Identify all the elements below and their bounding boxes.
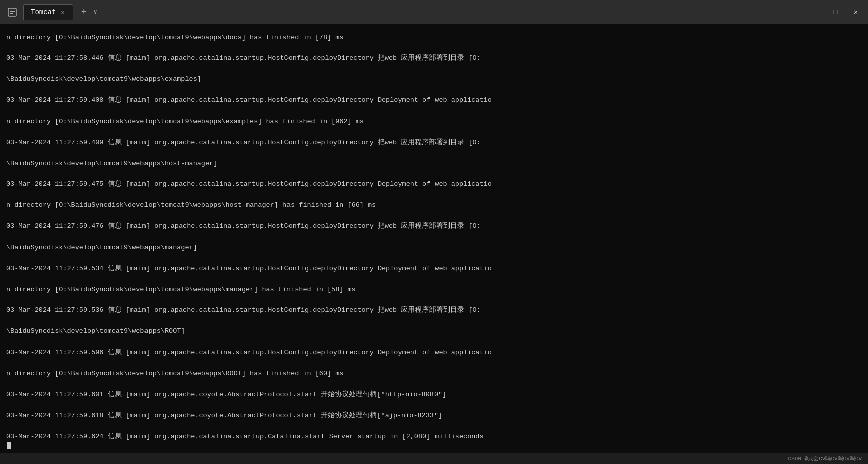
console-line: 03-Mar-2024 11:27:59.624 信息 [main] org.a… <box>6 432 862 442</box>
console-line: \BaiduSyncdisk\develop\tomcat9\webapps\e… <box>6 74 862 85</box>
console-line: 03-Mar-2024 11:27:59.618 信息 [main] org.a… <box>6 411 862 421</box>
console-line: n directory [O:\BaiduSyncdisk\develop\to… <box>6 369 862 379</box>
add-tab-button[interactable]: + <box>81 7 87 17</box>
tab-label: Tomcat <box>31 8 56 16</box>
maximize-button[interactable]: □ <box>830 6 842 18</box>
console-output: 03-Mar-2024 11:27:58.214 信息 [main] org.a… <box>0 24 868 453</box>
console-line: 03-Mar-2024 11:27:59.596 信息 [main] org.a… <box>6 347 862 358</box>
console-line: 03-Mar-2024 11:27:58.446 信息 [main] org.a… <box>6 53 862 64</box>
tab-dropdown-button[interactable]: ∨ <box>93 8 97 16</box>
statusbar-text: CSDN @只会CV吗CV吗CV吗CV <box>788 455 862 462</box>
status-bar: CSDN @只会CV吗CV吗CV吗CV <box>0 453 868 464</box>
console-line: n directory [O:\BaiduSyncdisk\develop\to… <box>6 117 862 127</box>
cursor-line <box>6 442 862 449</box>
console-line: \BaiduSyncdisk\develop\tomcat9\webapps\m… <box>6 243 862 253</box>
close-window-button[interactable]: ✕ <box>850 6 862 18</box>
console-line: n directory [O:\BaiduSyncdisk\develop\to… <box>6 33 862 43</box>
console-line: \BaiduSyncdisk\develop\tomcat9\webapps\h… <box>6 159 862 169</box>
svg-rect-2 <box>10 13 13 14</box>
title-bar-left: Tomcat ✕ + ∨ <box>6 4 810 20</box>
cursor-blink <box>7 442 11 449</box>
console-line: 03-Mar-2024 11:27:59.534 信息 [main] org.a… <box>6 264 862 274</box>
window-icon <box>6 6 18 18</box>
console-line: n directory [O:\BaiduSyncdisk\develop\to… <box>6 285 862 295</box>
console-line: 03-Mar-2024 11:27:59.601 信息 [main] org.a… <box>6 390 862 400</box>
minimize-button[interactable]: ─ <box>810 6 822 18</box>
console-line: 03-Mar-2024 11:27:59.475 信息 [main] org.a… <box>6 179 862 190</box>
title-bar: Tomcat ✕ + ∨ ─ □ ✕ <box>0 0 868 24</box>
window-controls: ─ □ ✕ <box>810 6 862 18</box>
console-line: n directory [O:\BaiduSyncdisk\develop\to… <box>6 200 862 211</box>
console-line: \BaiduSyncdisk\develop\tomcat9\webapps\R… <box>6 326 862 337</box>
console-line: 03-Mar-2024 11:27:59.536 信息 [main] org.a… <box>6 305 862 316</box>
tomcat-tab[interactable]: Tomcat ✕ <box>23 4 73 20</box>
console-line: 03-Mar-2024 11:27:59.476 信息 [main] org.a… <box>6 221 862 232</box>
console-line: 03-Mar-2024 11:27:59.409 信息 [main] org.a… <box>6 138 862 148</box>
close-tab-button[interactable]: ✕ <box>60 8 65 17</box>
svg-rect-1 <box>10 11 15 12</box>
console-line: 03-Mar-2024 11:27:59.408 信息 [main] org.a… <box>6 95 862 106</box>
